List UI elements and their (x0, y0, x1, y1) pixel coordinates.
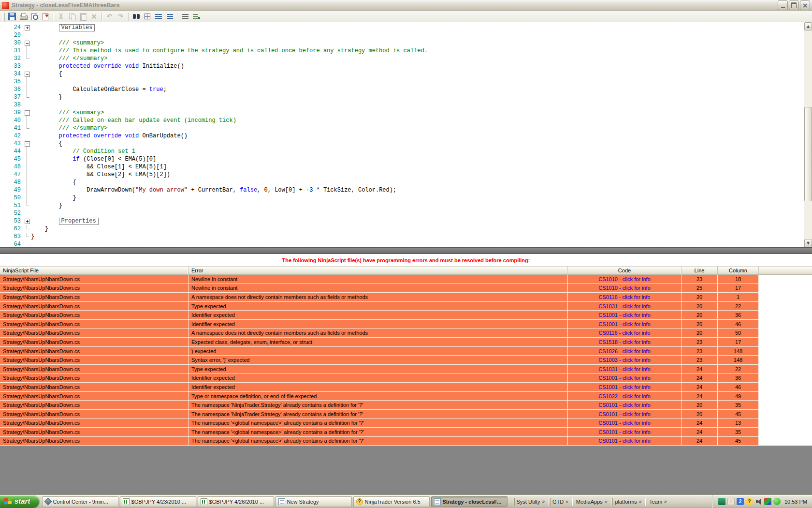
badge-2-icon[interactable] (737, 498, 744, 505)
error-code-link[interactable]: CS0101 - click for info (568, 410, 682, 419)
error-row[interactable]: Strategy\NbarsUpNbarsDown.csThe namespac… (0, 419, 759, 428)
maximize-button[interactable] (789, 0, 799, 10)
code-editor[interactable]: 24 Variables2930 /// <summary>31 /// Thi… (0, 22, 812, 247)
error-col-header-line[interactable]: Line (682, 267, 718, 274)
scrollbar-thumb[interactable] (804, 107, 812, 201)
delete-icon (90, 13, 98, 20)
updown-arrows-icon[interactable] (727, 498, 735, 505)
error-row[interactable]: Strategy\NbarsUpNbarsDown.csType expecte… (0, 365, 759, 374)
fold-minus-marker[interactable] (23, 39, 31, 47)
error-code-link[interactable]: CS1031 - click for info (568, 365, 682, 374)
volume-icon[interactable] (755, 498, 762, 505)
error-row[interactable]: Strategy\NbarsUpNbarsDown.csIdentifier e… (0, 374, 759, 383)
goto-line-button[interactable] (142, 12, 153, 22)
export-button[interactable] (40, 12, 51, 22)
error-row[interactable]: Strategy\NbarsUpNbarsDown.csType expecte… (0, 302, 759, 311)
code-line: 29 (0, 31, 804, 39)
error-row[interactable]: Strategy\NbarsUpNbarsDown.csExpected cla… (0, 338, 759, 347)
taskbar-toolbar-gtd[interactable]: GTD» (547, 496, 570, 507)
code-text: if (Close[0] < EMA(5)[0] (31, 155, 156, 163)
fold-plus-marker[interactable] (23, 217, 31, 225)
fold-minus-marker[interactable] (23, 70, 31, 78)
error-row[interactable]: Strategy\NbarsUpNbarsDown.csIdentifier e… (0, 311, 759, 320)
toolbar-grip[interactable] (2, 13, 5, 21)
error-code-link[interactable]: CS0101 - click for info (568, 428, 682, 437)
error-row[interactable]: Strategy\NbarsUpNbarsDown.csA namespace … (0, 329, 759, 338)
panel-splitter[interactable] (0, 247, 812, 254)
error-code-link[interactable]: CS0116 - click for info (568, 329, 682, 338)
error-code-link[interactable]: CS1518 - click for info (568, 338, 682, 347)
error-col-header-error[interactable]: Error (188, 267, 568, 274)
error-row[interactable]: Strategy\NbarsUpNbarsDown.csThe namespac… (0, 428, 759, 437)
scroll-down-button[interactable]: ▼ (804, 239, 812, 247)
error-code-link[interactable]: CS1003 - click for info (568, 356, 682, 365)
error-row[interactable]: Strategy\NbarsUpNbarsDown.csA namespace … (0, 293, 759, 302)
taskbar-toolbar-team[interactable]: Team» (644, 496, 668, 507)
error-code-link[interactable]: CS1022 - click for info (568, 392, 682, 401)
start-button[interactable]: start (0, 495, 39, 508)
collapsed-region-variables[interactable]: Variables (59, 24, 95, 31)
line-number: 41 (0, 124, 23, 132)
taskbar-task-gbpjpy-4-23-2010[interactable]: $GBPJPY 4/23/2010 ... (120, 496, 196, 507)
fold-plus-marker[interactable] (23, 24, 31, 31)
error-row[interactable]: Strategy\NbarsUpNbarsDown.csIdentifier e… (0, 320, 759, 329)
error-code-link[interactable]: CS0101 - click for info (568, 401, 682, 410)
error-code-link[interactable]: CS1010 - click for info (568, 284, 682, 293)
error-col-header-ninjascript-file[interactable]: NinjaScript File (0, 267, 188, 274)
scroll-up-button[interactable]: ▲ (804, 22, 812, 30)
minimize-button[interactable] (778, 0, 788, 10)
toolbar-grip (611, 498, 613, 506)
code-lines[interactable]: 24 Variables2930 /// <summary>31 /// Thi… (0, 22, 804, 247)
chart-tray-icon[interactable] (718, 498, 725, 505)
error-row[interactable]: Strategy\NbarsUpNbarsDown.csThe namespac… (0, 401, 759, 410)
error-row[interactable]: Strategy\NbarsUpNbarsDown.csSyntax error… (0, 356, 759, 365)
error-row[interactable]: Strategy\NbarsUpNbarsDown.cs) expectedCS… (0, 347, 759, 356)
error-col-header-code[interactable]: Code (568, 267, 682, 274)
error-code-link[interactable]: CS1001 - click for info (568, 374, 682, 383)
error-col-header-column[interactable]: Column (718, 267, 759, 274)
error-code-link[interactable]: CS1001 - click for info (568, 383, 682, 392)
line-number: 30 (0, 39, 23, 47)
question-icon[interactable] (746, 498, 753, 505)
collapsed-region-properties[interactable]: Properties (59, 218, 99, 225)
taskbar-task-strategy-closelessf[interactable]: Strategy - closeLessF... (431, 496, 508, 507)
error-code-link[interactable]: CS0116 - click for info (568, 293, 682, 302)
rgb-app-icon[interactable] (764, 498, 771, 505)
green-app-icon[interactable] (773, 498, 781, 505)
titlebar[interactable]: Strategy - closeLessFiveEMAthreeBars (0, 0, 812, 11)
taskbar-toolbar-platforms[interactable]: platforms» (609, 496, 643, 507)
outdent-button[interactable] (153, 12, 164, 22)
close-button[interactable] (800, 0, 810, 10)
error-code-link[interactable]: CS1010 - click for info (568, 275, 682, 284)
taskbar-task-control-center-9min[interactable]: Control Center - 9min... (42, 496, 118, 507)
save-button[interactable] (6, 12, 17, 22)
editor-vertical-scrollbar[interactable]: ▲ ▼ (804, 22, 812, 247)
taskbar-task-new-strategy[interactable]: New Strategy (276, 496, 352, 507)
error-code-link[interactable]: CS0101 - click for info (568, 419, 682, 428)
error-code-link[interactable]: CS1026 - click for info (568, 347, 682, 356)
fold-minus-marker[interactable] (23, 140, 31, 148)
code-line: 63} (0, 233, 804, 240)
comment-lines-button[interactable] (190, 12, 202, 22)
taskbar-task-ninjatrader-version-6-5[interactable]: NinjaTrader Version 6.5 (353, 496, 430, 507)
format-code-button[interactable] (179, 12, 190, 22)
print-button[interactable] (17, 12, 29, 22)
print-preview-button[interactable] (29, 12, 40, 22)
indent-button[interactable] (164, 12, 175, 22)
error-code-link[interactable]: CS0101 - click for info (568, 437, 682, 446)
taskbar-toolbar-mediaapps[interactable]: MediaApps» (571, 496, 609, 507)
find-button[interactable] (130, 12, 142, 22)
error-code-link[interactable]: CS1031 - click for info (568, 302, 682, 311)
error-code-link[interactable]: CS1001 - click for info (568, 311, 682, 320)
fold-minus-marker[interactable] (23, 109, 31, 117)
error-row[interactable]: Strategy\NbarsUpNbarsDown.csType or name… (0, 392, 759, 401)
error-row[interactable]: Strategy\NbarsUpNbarsDown.csThe namespac… (0, 437, 759, 446)
error-row[interactable]: Strategy\NbarsUpNbarsDown.csThe namespac… (0, 410, 759, 419)
error-row[interactable]: Strategy\NbarsUpNbarsDown.csNewline in c… (0, 284, 759, 293)
taskbar-toolbar-syst-utilty[interactable]: Syst Utilty» (511, 496, 546, 507)
error-row[interactable]: Strategy\NbarsUpNbarsDown.csIdentifier e… (0, 383, 759, 392)
code-line: 43 { (0, 140, 804, 148)
error-code-link[interactable]: CS1001 - click for info (568, 320, 682, 329)
taskbar-task-gbpjpy-4-26-2010[interactable]: $GBPJPY 4/26/2010 ... (198, 496, 274, 507)
error-row[interactable]: Strategy\NbarsUpNbarsDown.csNewline in c… (0, 275, 759, 284)
